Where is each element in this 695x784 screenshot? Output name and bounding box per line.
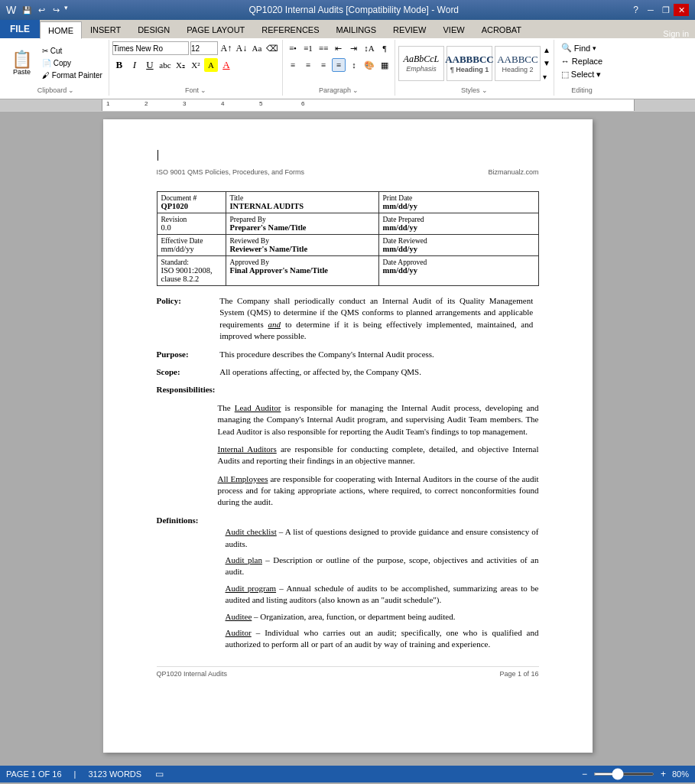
ruler-right-margin <box>634 99 695 111</box>
align-center-button[interactable]: ≡ <box>301 58 315 72</box>
paste-label: Paste <box>13 68 31 76</box>
style-emphasis[interactable]: AaBbCcL Emphasis <box>398 46 444 81</box>
styles-label: Styles <box>461 86 480 94</box>
font-group: A↑ A↓ Aa ⌫ B I U abc X₂ X² A A Font ⌄ <box>109 40 283 96</box>
find-dropdown[interactable]: ▾ <box>593 44 596 52</box>
heading1-label: ¶ Heading 1 <box>450 66 489 73</box>
definitions-section: Definitions: Audit checklist – A list of… <box>157 515 539 651</box>
paragraph-label: Paragraph <box>319 86 351 94</box>
tab-page-layout[interactable]: PAGE LAYOUT <box>178 21 253 38</box>
tab-home[interactable]: HOME <box>40 21 82 39</box>
tab-design[interactable]: DESIGN <box>129 21 178 38</box>
redo-icon[interactable]: ↪ <box>50 4 62 16</box>
doc-num-value: QP1020 <box>161 202 222 210</box>
purpose-text: This procedure describes the Company's I… <box>219 349 533 360</box>
ruler-left-margin <box>0 99 102 111</box>
bullets-button[interactable]: ≡• <box>286 41 300 55</box>
styles-expand-icon[interactable]: ⌄ <box>482 86 488 94</box>
change-case-button[interactable]: Aa <box>250 41 264 55</box>
header-right: Bizmanualz.com <box>488 168 538 176</box>
bold-button[interactable]: B <box>112 58 126 72</box>
numbering-button[interactable]: ≡1 <box>301 41 315 55</box>
restore-button[interactable]: ❐ <box>658 4 674 16</box>
text-highlight-button[interactable]: A <box>204 58 218 72</box>
show-para-button[interactable]: ¶ <box>378 41 391 55</box>
responsibilities-label: Responsibilities: <box>157 384 218 395</box>
undo-icon[interactable]: ↩ <box>35 4 47 16</box>
minimize-button[interactable]: ─ <box>643 4 658 16</box>
format-painter-button[interactable]: 🖌 Format Painter <box>39 70 106 81</box>
style-heading1[interactable]: AABBBCC ¶ Heading 1 <box>447 46 492 81</box>
select-button[interactable]: ⬚ Select ▾ <box>557 68 606 81</box>
strikethrough-button[interactable]: abc <box>158 58 172 72</box>
help-button[interactable]: ? <box>633 5 638 15</box>
style-heading2[interactable]: AABBCC Heading 2 <box>495 46 541 81</box>
find-button[interactable]: 🔍 Find ▾ <box>557 41 606 54</box>
decrease-indent-button[interactable]: ⇤ <box>332 41 346 55</box>
zoom-level[interactable]: 80% <box>672 769 689 779</box>
doc-num-label: Document # <box>161 194 222 202</box>
font-name-input[interactable] <box>112 41 189 55</box>
reviewed-by-label: Reviewed By <box>230 237 375 245</box>
tab-insert[interactable]: INSERT <box>82 21 129 38</box>
tab-view[interactable]: VIEW <box>435 21 473 38</box>
sign-in-link[interactable]: Sign in <box>663 29 689 38</box>
effective-date-value: mm/dd/yy <box>161 245 222 253</box>
zoom-slider[interactable] <box>593 773 654 776</box>
multilevel-button[interactable]: ≡≡ <box>317 41 330 55</box>
line-spacing-button[interactable]: ↕ <box>347 58 361 72</box>
print-date-label: Print Date <box>383 194 534 202</box>
word-count: 3123 WORDS <box>88 769 141 779</box>
font-expand-icon[interactable]: ⌄ <box>200 86 206 94</box>
increase-indent-button[interactable]: ⇥ <box>347 41 361 55</box>
select-icon: ⬚ <box>561 70 569 80</box>
underline-button[interactable]: U <box>143 58 157 72</box>
customize-qat-icon[interactable]: ▾ <box>64 4 68 16</box>
font-size-input[interactable] <box>190 41 218 55</box>
clipboard-expand-icon[interactable]: ⌄ <box>68 86 74 94</box>
font-color-button[interactable]: A <box>219 58 233 72</box>
shading-button[interactable]: 🎨 <box>362 58 376 72</box>
quick-save-icon[interactable]: 💾 <box>21 4 33 16</box>
view-icon[interactable]: ▭ <box>155 769 164 779</box>
ruler-marks[interactable]: 1 2 3 4 5 6 <box>102 99 634 111</box>
policy-label: Policy: <box>157 295 218 307</box>
sort-button[interactable]: ↕A <box>362 41 376 55</box>
styles-group: AaBbCcL Emphasis AABBBCC ¶ Heading 1 AAB… <box>395 40 554 96</box>
heading2-label: Heading 2 <box>502 66 533 73</box>
tab-file[interactable]: FILE <box>0 20 40 38</box>
shrink-font-button[interactable]: A↓ <box>235 41 248 55</box>
clear-formatting-button[interactable]: ⌫ <box>265 41 279 55</box>
align-left-button[interactable]: ≡ <box>286 58 300 72</box>
styles-scroll-up[interactable]: ▲ <box>543 46 550 54</box>
italic-button[interactable]: I <box>128 58 141 72</box>
document-area[interactable]: ISO 9001 QMS Policies, Procedures, and F… <box>0 112 695 766</box>
subscript-button[interactable]: X₂ <box>174 58 187 72</box>
tab-mailings[interactable]: MAILINGS <box>328 21 385 38</box>
font-label: Font <box>185 86 199 94</box>
cut-button[interactable]: ✂ Cut <box>39 45 106 57</box>
justify-button[interactable]: ≡ <box>332 58 346 72</box>
tab-references[interactable]: REFERENCES <box>253 21 327 38</box>
date-prepared-label: Date Prepared <box>383 216 534 223</box>
replace-button[interactable]: ↔ Replace <box>557 55 606 67</box>
borders-button[interactable]: ▦ <box>378 58 391 72</box>
close-button[interactable]: ✕ <box>674 4 689 16</box>
ruler: 1 2 3 4 5 6 <box>0 99 695 112</box>
grow-font-button[interactable]: A↑ <box>219 41 233 55</box>
tab-acrobat[interactable]: ACROBAT <box>473 21 530 38</box>
lead-auditor-term: Lead Auditor <box>235 403 281 412</box>
paste-button[interactable]: 📋 Paste <box>6 49 37 78</box>
replace-icon: ↔ <box>561 57 570 66</box>
zoom-out-icon[interactable]: − <box>582 769 587 779</box>
tab-review[interactable]: REVIEW <box>385 21 434 38</box>
styles-expand[interactable]: ▾ <box>543 73 550 81</box>
superscript-button[interactable]: X² <box>189 58 203 72</box>
scope-text: All operations affecting, or affected by… <box>219 366 533 378</box>
effective-date-label: Effective Date <box>161 237 222 245</box>
paragraph-expand-icon[interactable]: ⌄ <box>352 86 359 94</box>
align-right-button[interactable]: ≡ <box>317 58 330 72</box>
copy-button[interactable]: 📄 Copy <box>39 57 106 69</box>
zoom-in-icon[interactable]: + <box>661 769 666 779</box>
styles-scroll-down[interactable]: ▼ <box>543 59 550 67</box>
